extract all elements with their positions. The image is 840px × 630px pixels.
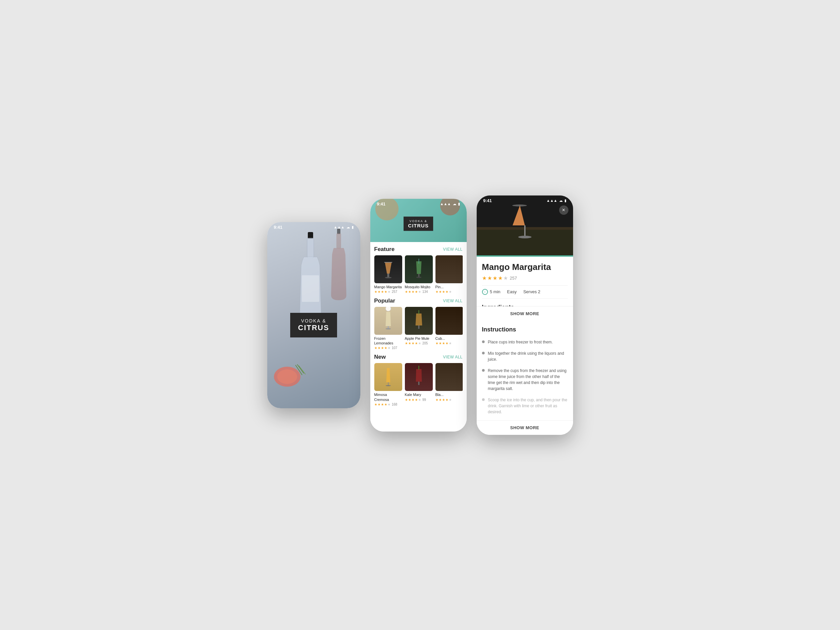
- star3: ★: [381, 346, 384, 350]
- card-frozen-lemonades[interactable]: Frozen Lemonades ★ ★ ★ ★ ★ 107: [374, 307, 402, 350]
- recipe-star-3: ★: [493, 275, 497, 281]
- star2: ★: [439, 398, 442, 402]
- clock-icon: ○: [482, 289, 488, 295]
- feature-view-all[interactable]: VIEW ALL: [443, 247, 463, 252]
- card-kale-mary[interactable]: Kale Mary ★ ★ ★ ★ ★ 99: [405, 363, 433, 406]
- brand-logo: VODKA & CITRUS: [290, 313, 337, 338]
- card-mango-margarita[interactable]: Mango Margarita ★ ★ ★ ★ ★ 257: [374, 255, 402, 294]
- meta-difficulty: Easy: [507, 289, 516, 294]
- card-partial-2[interactable]: Cub... ★ ★ ★ ★ ★: [436, 307, 463, 350]
- star5: ★: [418, 290, 421, 294]
- card-partial-3[interactable]: Bla... ★ ★ ★ ★ ★: [436, 363, 463, 406]
- ingredients-section: Ingredients 2 and 1/2 ounces tequila 1 o…: [482, 304, 568, 306]
- show-more-ingredients-button[interactable]: SHOW MORE: [477, 306, 573, 321]
- star5: ★: [449, 398, 452, 402]
- phone-splash: 9:41 ▲▲▲ ☁ ▮: [267, 222, 360, 408]
- star5: ★: [418, 398, 421, 402]
- brand-line1: VODKA &: [298, 318, 329, 324]
- signal-icon-3: ▲▲▲: [546, 199, 557, 202]
- scroll-content[interactable]: Feature VIEW ALL Mango Margarita: [370, 242, 467, 431]
- card-mimosa-cremosa[interactable]: Mimosa Cremosa ★ ★ ★ ★ ★ 168: [374, 363, 402, 406]
- star3: ★: [381, 290, 384, 294]
- card-stars-frozen: ★ ★ ★ ★ ★ 107: [374, 346, 402, 350]
- close-icon: ×: [562, 207, 565, 213]
- close-button[interactable]: ×: [559, 205, 568, 215]
- instruction-dot-3: [482, 369, 485, 372]
- star2: ★: [377, 290, 381, 294]
- mimosa-glass-icon: [374, 363, 402, 391]
- mango-glass-icon: [374, 255, 402, 283]
- card-stars-mimosa: ★ ★ ★ ★ ★ 168: [374, 403, 402, 406]
- instruction-dot-1: [482, 340, 485, 343]
- instruction-text-3: Remove the cups from the freezer and usi…: [488, 368, 568, 392]
- card-img-mojito: [405, 255, 433, 283]
- card-apple-pie-mule[interactable]: Apple Pie Mule ★ ★ ★ ★ ★ 205: [405, 307, 433, 350]
- star3: ★: [381, 403, 384, 406]
- phone-detail: 9:41 ▲▲▲ ☁ ▮ ×: [477, 196, 573, 435]
- star4: ★: [415, 341, 418, 345]
- signal-icon: ▲▲▲: [334, 225, 345, 229]
- card-name-partial3: Bla...: [436, 392, 463, 397]
- instruction-2: Mix together the drink using the liquors…: [482, 348, 568, 365]
- brand-line2: CITRUS: [298, 324, 329, 332]
- grapefruit-decoration: [272, 362, 309, 388]
- card-partial-1[interactable]: Pin... ★ ★ ★ ★ ★: [436, 255, 463, 294]
- star4: ★: [384, 290, 387, 294]
- popular-cards-row: Frozen Lemonades ★ ★ ★ ★ ★ 107: [374, 307, 463, 350]
- instruction-4: Scoop the ice into the cup, and then pou…: [482, 394, 568, 418]
- card-name-partial2: Cub...: [436, 336, 463, 341]
- svg-rect-30: [524, 226, 526, 237]
- instruction-dot-4: [482, 398, 485, 401]
- recipe-star-1: ★: [482, 275, 487, 281]
- recipe-star-5: ★: [503, 275, 508, 281]
- recipe-title: Mango Margarita: [482, 262, 568, 272]
- card-img-mimosa: [374, 363, 402, 391]
- wifi-icon: ☁: [346, 225, 350, 229]
- card-img-mango: [374, 255, 402, 283]
- bottle-bg-illustration: [327, 229, 351, 322]
- feature-cards-row: Mango Margarita ★ ★ ★ ★ ★ 257: [374, 255, 463, 294]
- recipe-content[interactable]: Mango Margarita ★ ★ ★ ★ ★ 257 ○ 5 min Ea…: [477, 257, 573, 306]
- instructions-section: Instructions Place cups into freezer to …: [477, 321, 573, 418]
- svg-line-9: [299, 366, 305, 374]
- header-logo: VODKA & CITRUS: [404, 216, 433, 231]
- card-count-frozen: 107: [392, 346, 398, 350]
- card-stars-applepie: ★ ★ ★ ★ ★ 205: [405, 341, 433, 345]
- show-more-instructions-button[interactable]: SHOW MORE: [477, 420, 573, 435]
- star4: ★: [415, 290, 418, 294]
- star1: ★: [405, 398, 408, 402]
- kale-glass-icon: [405, 363, 433, 391]
- new-view-all[interactable]: VIEW ALL: [443, 355, 463, 359]
- star2: ★: [439, 290, 442, 294]
- star5: ★: [388, 403, 391, 406]
- meta-serves: Serves 2: [523, 289, 540, 294]
- instruction-text-2: Mix together the drink using the liquors…: [488, 351, 568, 362]
- popular-view-all[interactable]: VIEW ALL: [443, 298, 463, 303]
- star4: ★: [445, 398, 448, 402]
- star1: ★: [374, 403, 377, 406]
- signal-icon-2: ▲▲▲: [440, 202, 451, 206]
- recipe-meta: ○ 5 min Easy Serves 2: [482, 285, 568, 298]
- star4: ★: [384, 346, 387, 350]
- card-stars-partial2: ★ ★ ★ ★ ★: [436, 341, 463, 345]
- star1: ★: [405, 341, 408, 345]
- recipe-rating-count: 257: [510, 276, 517, 281]
- card-stars-partial3: ★ ★ ★ ★ ★: [436, 398, 463, 402]
- card-name-mojito: Mosquito Mojito: [405, 284, 433, 289]
- mojito-glass-icon: [405, 255, 433, 283]
- card-count-applepie: 205: [423, 341, 428, 345]
- popular-title: Popular: [374, 298, 395, 304]
- star1: ★: [374, 290, 377, 294]
- card-stars-partial: ★ ★ ★ ★ ★: [436, 290, 463, 294]
- star1: ★: [436, 290, 439, 294]
- card-stars-mojito: ★ ★ ★ ★ ★ 134: [405, 290, 433, 294]
- instruction-text-4: Scoop the ice into the cup, and then pou…: [488, 397, 568, 415]
- popular-section-header: Popular VIEW ALL: [374, 294, 463, 307]
- card-name-applepie: Apple Pie Mule: [405, 336, 433, 341]
- status-bar-3: 9:41 ▲▲▲ ☁ ▮: [477, 196, 573, 204]
- wifi-icon-3: ☁: [559, 199, 563, 203]
- status-icons-1: ▲▲▲ ☁ ▮: [334, 225, 354, 229]
- applepie-glass-icon: [405, 307, 433, 335]
- card-mosquito-mojito[interactable]: Mosquito Mojito ★ ★ ★ ★ ★ 134: [405, 255, 433, 294]
- star4: ★: [445, 290, 448, 294]
